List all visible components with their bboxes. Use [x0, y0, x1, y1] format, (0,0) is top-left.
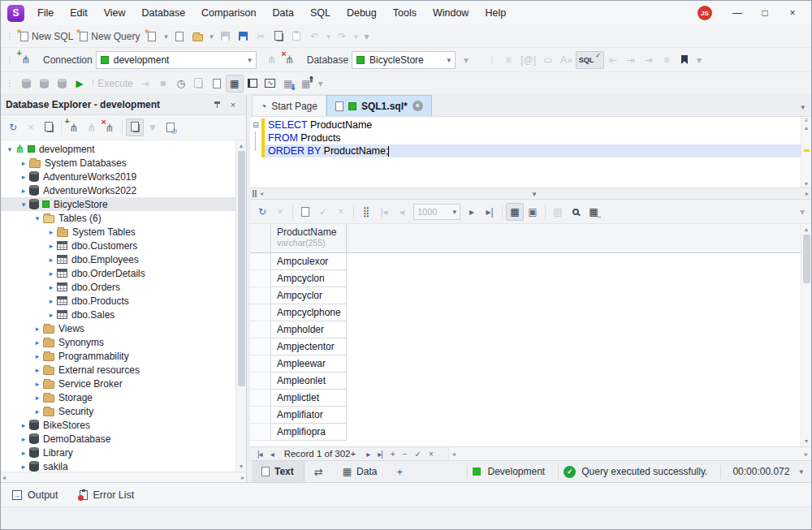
export-data-button[interactable]: [297, 75, 315, 93]
format-document-button[interactable]: ≡: [658, 51, 676, 69]
scroll-right-icon[interactable]: ▸: [801, 450, 811, 458]
last-record-button[interactable]: ▸|: [374, 450, 387, 459]
refresh-options-button[interactable]: [162, 118, 179, 136]
undo-dropdown[interactable]: ▾: [323, 28, 333, 45]
validate-database-button[interactable]: [53, 75, 71, 93]
stop-results-button[interactable]: ×: [271, 203, 289, 221]
format-block-button[interactable]: ⇥: [640, 51, 658, 69]
cell-productname[interactable]: Amplifiopra: [271, 424, 347, 441]
rollback-button[interactable]: ×: [332, 203, 350, 221]
connect-button[interactable]: [83, 118, 101, 136]
cell-productname[interactable]: Ampcyclon: [271, 270, 347, 287]
formatting-options-button[interactable]: ▾: [693, 51, 705, 69]
close-button[interactable]: ×: [779, 2, 806, 24]
new-sql-button[interactable]: New SQL: [17, 28, 76, 45]
tab-close-icon[interactable]: ×: [412, 101, 423, 111]
tree-item-demodatabase[interactable]: ▸DemoDatabase: [1, 432, 235, 446]
connection-select[interactable]: development ▾: [96, 51, 257, 69]
filter-button[interactable]: ▼: [144, 118, 162, 136]
chevron-right-icon[interactable]: ▸: [32, 338, 43, 347]
table-row[interactable]: Ampjectentor: [250, 338, 801, 355]
execute-to-file-button[interactable]: ⇥: [136, 75, 154, 93]
pivot-chart-button[interactable]: [261, 75, 279, 93]
menu-view[interactable]: View: [96, 1, 134, 25]
chevron-down-icon[interactable]: ▾: [248, 56, 252, 64]
undo-button[interactable]: ↶: [305, 28, 323, 45]
page-size-select[interactable]: 1000▾: [413, 204, 460, 220]
environment-label[interactable]: Development: [487, 466, 545, 477]
toolbar-grip[interactable]: ⋮: [6, 32, 13, 41]
menu-database[interactable]: Database: [134, 1, 194, 25]
tree-item-storage[interactable]: ▸Storage: [1, 390, 235, 404]
database-select[interactable]: BicycleStore ▾: [352, 51, 456, 69]
row-selector[interactable]: [250, 304, 271, 321]
tab-data-view[interactable]: ▦ Data: [333, 461, 387, 483]
menu-edit[interactable]: Edit: [62, 1, 96, 25]
refresh-results-button[interactable]: ↻: [253, 203, 271, 221]
paste-button[interactable]: [287, 28, 305, 45]
table-row[interactable]: Ampcyclor: [250, 287, 801, 304]
cell-productname[interactable]: Amplictlet: [271, 390, 347, 407]
avatar[interactable]: JS: [698, 6, 712, 20]
table-row[interactable]: Ampcyclphone: [250, 304, 801, 321]
delete-record-button[interactable]: −: [399, 450, 411, 459]
duplicate-window-button[interactable]: [40, 118, 58, 136]
database-options-dropdown[interactable]: ▾: [460, 51, 472, 69]
tree-item-dbo-sales[interactable]: ▸dbo.Sales: [1, 308, 235, 321]
chevron-right-icon[interactable]: ▸: [32, 366, 43, 374]
stop-execution-button[interactable]: ■: [154, 75, 172, 93]
copy-button[interactable]: [270, 28, 287, 45]
table-row[interactable]: Ampcyclon: [250, 270, 801, 287]
tree-horizontal-scrollbar[interactable]: ◂ ▸: [1, 472, 246, 482]
chevron-right-icon[interactable]: ▸: [18, 449, 29, 457]
go-to-row-button[interactable]: [585, 203, 603, 221]
new-document-button[interactable]: [143, 28, 161, 45]
execute-options-button[interactable]: ▾: [315, 75, 326, 93]
menu-window[interactable]: Window: [425, 1, 477, 25]
menu-debug[interactable]: Debug: [339, 1, 385, 25]
menu-comparison[interactable]: Comparison: [193, 1, 264, 25]
table-row[interactable]: Ampleonlet: [250, 373, 801, 390]
explorer-close-button[interactable]: ×: [225, 97, 241, 113]
menu-sql[interactable]: SQL: [302, 1, 339, 25]
menu-tools[interactable]: Tools: [385, 1, 425, 25]
tab-start-page[interactable]: Start Page: [252, 95, 326, 116]
row-selector-header[interactable]: [250, 224, 271, 252]
cell-productname[interactable]: Ampleonlet: [271, 373, 347, 390]
results-layout-button[interactable]: [244, 75, 261, 93]
tab-error-list[interactable]: Error List: [80, 489, 135, 501]
table-row[interactable]: Ampculexor: [250, 253, 801, 270]
scroll-right-icon[interactable]: ▸: [241, 474, 244, 481]
results-options-dropdown[interactable]: ▾: [797, 203, 808, 221]
elapsed-dropdown[interactable]: ▾: [799, 468, 803, 476]
editor-line[interactable]: ORDER BY ProductName;: [250, 144, 801, 157]
cell-productname[interactable]: Ampcyclor: [271, 287, 347, 304]
row-selector[interactable]: [250, 253, 271, 270]
scroll-left-icon[interactable]: ◂: [2, 474, 6, 481]
tree-item-dbo-products[interactable]: ▸dbo.Products: [1, 294, 235, 308]
redo-button[interactable]: ↷: [333, 28, 351, 45]
table-row[interactable]: Ampholder: [250, 321, 801, 338]
editor-vertical-scrollbar[interactable]: ≡ ▴ ▾: [801, 117, 811, 187]
scrollbar-thumb[interactable]: [803, 235, 810, 283]
tree-item-views[interactable]: ▸Views: [1, 321, 235, 335]
prev-page-button[interactable]: ◂: [393, 203, 411, 221]
first-page-button[interactable]: |◂: [375, 203, 393, 221]
tree-item-library[interactable]: ▸Library: [1, 446, 235, 459]
prev-record-button[interactable]: ◂: [266, 450, 278, 459]
cancel-edit-button[interactable]: ×: [425, 450, 437, 459]
tab-sql1[interactable]: SQL1.sql* ×: [326, 95, 432, 116]
scroll-down-icon[interactable]: ▾: [805, 436, 808, 446]
tree-item-adventureworks2019[interactable]: ▸AdventureWorks2019: [1, 170, 235, 183]
toolbar-grip[interactable]: ⋮: [6, 55, 13, 64]
chevron-right-icon[interactable]: ▸: [45, 242, 57, 250]
minimize-button[interactable]: —: [723, 2, 751, 24]
tree-item-programmability[interactable]: ▸Programmability: [1, 349, 235, 363]
chevron-right-icon[interactable]: ▸: [32, 352, 43, 360]
editor-line[interactable]: FROM Products: [250, 131, 801, 144]
chevron-right-icon[interactable]: ▸: [32, 325, 43, 333]
code-line-text[interactable]: ORDER BY ProductName;: [265, 144, 801, 157]
tree-item-external-resources[interactable]: ▸External resources: [1, 363, 235, 377]
save-button[interactable]: [216, 28, 234, 45]
find-in-grid-button[interactable]: [567, 203, 585, 221]
